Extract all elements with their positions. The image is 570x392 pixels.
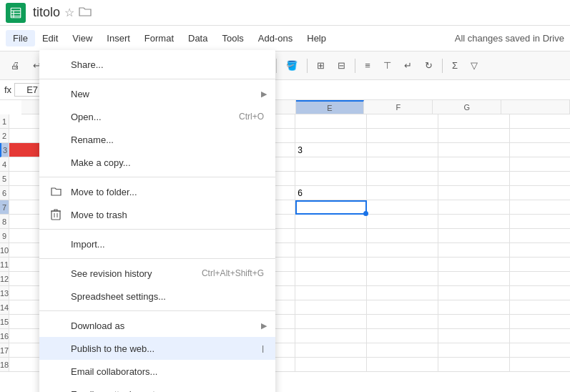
menu-format[interactable]: Format — [137, 30, 181, 46]
cell-h8[interactable] — [510, 215, 570, 229]
cell-f3[interactable] — [367, 143, 438, 157]
menu-item-revision[interactable]: See revision history Ctrl+Alt+Shift+G — [39, 262, 275, 285]
print-button[interactable]: 🖨 — [6, 57, 25, 74]
cell-g3[interactable] — [438, 143, 510, 157]
row-num-8[interactable]: 8 — [0, 215, 9, 229]
cell-f5[interactable] — [367, 172, 438, 186]
cell-h5[interactable] — [510, 172, 570, 186]
align-button[interactable]: ≡ — [360, 57, 375, 74]
cell-h6[interactable] — [510, 186, 570, 200]
menu-item-email-attach[interactable]: Email as attachment... — [39, 383, 275, 392]
settings-label: Spreadsheet settings... — [71, 291, 264, 302]
cell-g6[interactable] — [438, 186, 510, 200]
menu-item-settings[interactable]: Spreadsheet settings... — [39, 285, 275, 308]
cell-e5[interactable] — [295, 172, 367, 186]
menu-edit[interactable]: Edit — [35, 30, 65, 46]
email-collab-label: Email collaborators... — [71, 366, 264, 377]
cell-f1[interactable] — [367, 114, 438, 129]
row-num-17[interactable]: 17 — [0, 343, 9, 358]
cell-e1[interactable] — [295, 114, 367, 129]
menu-file[interactable]: File — [6, 30, 35, 46]
row-num-12[interactable]: 12 — [0, 272, 9, 286]
cell-h3[interactable] — [510, 143, 570, 157]
folder-button[interactable] — [79, 6, 92, 19]
menu-item-import[interactable]: Import... — [39, 232, 275, 255]
menu-item-move-to-folder[interactable]: Move to folder... — [39, 180, 275, 203]
menu-divider-4 — [39, 258, 275, 259]
menu-item-share[interactable]: Share... — [39, 53, 275, 76]
cell-g7[interactable] — [438, 200, 510, 215]
row-num-13[interactable]: 13 — [0, 286, 9, 300]
rename-label: Rename... — [71, 134, 264, 145]
autosave-status: All changes saved in Drive — [455, 33, 564, 44]
email-attach-label: Email as attachment... — [71, 389, 264, 393]
row-num-18[interactable]: 18 — [0, 358, 9, 372]
cell-e7[interactable] — [295, 200, 367, 215]
cell-f2[interactable] — [367, 129, 438, 143]
menu-item-move-to-trash[interactable]: Move to trash — [39, 203, 275, 226]
rotate-button[interactable]: ↻ — [420, 57, 438, 74]
fill-color-button[interactable]: 🪣 — [281, 57, 303, 74]
menu-item-download[interactable]: Download as — [39, 314, 275, 337]
cell-e8[interactable] — [295, 215, 367, 229]
row-num-7[interactable]: 7 — [0, 200, 9, 215]
menu-data[interactable]: Data — [181, 30, 215, 46]
col-header-g[interactable]: G — [433, 100, 501, 114]
filter-button[interactable]: ▽ — [466, 57, 483, 74]
row-num-14[interactable]: 14 — [0, 300, 9, 315]
cell-f8[interactable] — [367, 215, 438, 229]
row-num-1[interactable]: 1 — [0, 114, 9, 129]
merge-button[interactable]: ⊟ — [333, 57, 350, 74]
menu-tools[interactable]: Tools — [215, 30, 250, 46]
star-button[interactable]: ☆ — [64, 6, 74, 19]
cell-h7[interactable] — [510, 200, 570, 215]
row-num-10[interactable]: 10 — [0, 243, 9, 258]
cell-g4[interactable] — [438, 157, 510, 172]
col-header-e[interactable]: E — [296, 100, 365, 114]
cell-e6[interactable]: 6 — [295, 186, 367, 200]
row-num-4[interactable]: 4 — [0, 157, 9, 172]
col-header-f[interactable]: F — [364, 100, 433, 114]
row-num-3[interactable]: 3 — [0, 143, 9, 157]
row-num-5[interactable]: 5 — [0, 172, 9, 186]
valign-button[interactable]: ⊤ — [378, 57, 396, 74]
trash-icon — [51, 209, 71, 220]
row-numbers: 1 2 3 4 5 6 7 8 9 10 11 12 13 14 15 16 1… — [0, 114, 9, 372]
menu-help[interactable]: Help — [300, 30, 333, 46]
menu-item-rename[interactable]: Rename... — [39, 128, 275, 151]
menu-item-new[interactable]: New — [39, 82, 275, 105]
fx-label: fx — [4, 84, 11, 95]
cell-g2[interactable] — [438, 129, 510, 143]
menu-item-email-collab[interactable]: Email collaborators... — [39, 360, 275, 383]
cell-e4[interactable] — [295, 157, 367, 172]
row-num-15[interactable]: 15 — [0, 315, 9, 329]
cell-f4[interactable] — [367, 157, 438, 172]
cell-e3[interactable]: 3 — [295, 143, 367, 157]
row-num-16[interactable]: 16 — [0, 329, 9, 343]
col-header-h[interactable] — [501, 100, 570, 114]
cell-f6[interactable] — [367, 186, 438, 200]
menu-insert[interactable]: Insert — [99, 30, 137, 46]
cell-e2[interactable] — [295, 129, 367, 143]
row-num-2[interactable]: 2 — [0, 129, 9, 143]
cell-g8[interactable] — [438, 215, 510, 229]
menu-view[interactable]: View — [65, 30, 99, 46]
menu-addons[interactable]: Add-ons — [251, 30, 300, 46]
functions-button[interactable]: Σ — [447, 57, 463, 74]
cell-h1[interactable] — [510, 114, 570, 129]
cell-f7[interactable] — [367, 200, 438, 215]
row-num-11[interactable]: 11 — [0, 258, 9, 272]
cell-g5[interactable] — [438, 172, 510, 186]
wrap-button[interactable]: ↵ — [399, 57, 417, 74]
cell-g1[interactable] — [438, 114, 510, 129]
cell-h2[interactable] — [510, 129, 570, 143]
cell-h4[interactable] — [510, 157, 570, 172]
menu-item-open[interactable]: Open... Ctrl+O — [39, 105, 275, 128]
menu-item-publish[interactable]: Publish to the web... | — [39, 337, 275, 360]
row-num-6[interactable]: 6 — [0, 186, 9, 200]
publish-label: Publish to the web... — [71, 343, 260, 354]
toolbar-separator2 — [276, 59, 277, 73]
borders-button[interactable]: ⊞ — [312, 57, 330, 74]
menu-item-make-copy[interactable]: Make a copy... — [39, 151, 275, 174]
row-num-9[interactable]: 9 — [0, 229, 9, 243]
